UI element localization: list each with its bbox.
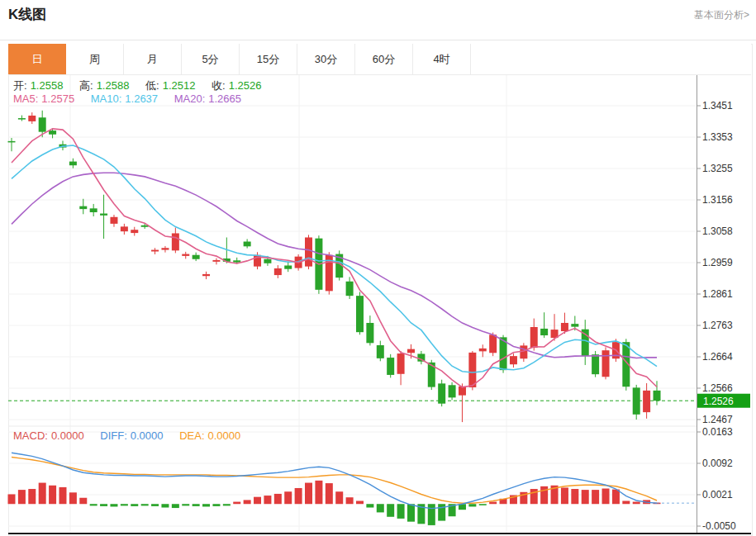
macd-histogram-bar xyxy=(79,498,87,504)
macd-y-axis-label: -0.0050 xyxy=(702,520,736,532)
ma5-value: 1.2575 xyxy=(41,92,74,105)
y-axis-label: 1.2763 xyxy=(702,320,733,331)
macd-histogram-bar xyxy=(612,490,620,505)
y-axis-label: 1.2959 xyxy=(702,257,733,268)
macd-histogram-bar xyxy=(284,491,292,504)
macd-histogram-bar xyxy=(582,490,589,504)
diff-value: 0.0000 xyxy=(131,429,164,442)
candle-body xyxy=(305,237,312,266)
tab-日[interactable]: 日 xyxy=(8,44,66,74)
candle-body xyxy=(39,117,46,131)
candle-body xyxy=(274,268,282,275)
macd-histogram-bar xyxy=(131,504,138,506)
dea-value: 0.0000 xyxy=(208,429,241,442)
candle-body xyxy=(161,248,169,249)
close-label: 收: xyxy=(212,79,226,92)
candle-body xyxy=(520,345,527,358)
tab-月[interactable]: 月 xyxy=(124,44,182,74)
diff-line xyxy=(12,453,657,508)
y-axis-label: 1.3058 xyxy=(702,225,733,237)
ma-info-row: MA5:1.2575 MA10:1.2637 MA20:1.2665 xyxy=(13,92,245,105)
macd-histogram-bar xyxy=(264,496,271,504)
macd-histogram-bar xyxy=(326,483,333,504)
macd-histogram-bar xyxy=(110,504,117,506)
candle-body xyxy=(633,387,640,414)
y-axis-label: 1.2861 xyxy=(702,288,733,300)
macd-value: 0.0000 xyxy=(51,429,84,442)
ma10-value: 1.2637 xyxy=(125,92,158,105)
current-price-tag-value: 1.2526 xyxy=(703,396,734,407)
tab-4时[interactable]: 4时 xyxy=(413,44,471,74)
y-axis-label: 1.3156 xyxy=(702,194,733,206)
candle-body xyxy=(489,334,497,353)
candle-body xyxy=(438,383,445,403)
macd-histogram-bar xyxy=(59,487,66,504)
macd-histogram-bar xyxy=(49,486,56,504)
candle-body xyxy=(264,259,271,263)
candle-body xyxy=(49,130,56,135)
macd-histogram-bar xyxy=(428,504,435,525)
macd-histogram-bar xyxy=(151,504,159,506)
y-axis-label: 1.3255 xyxy=(702,163,733,174)
macd-histogram-bar xyxy=(468,504,476,506)
candle-body xyxy=(571,324,578,326)
candle-body xyxy=(233,260,240,262)
macd-histogram-bar xyxy=(366,504,373,507)
macd-y-axis-label: 0.0092 xyxy=(702,458,733,469)
macd-histogram-bar xyxy=(182,504,189,505)
candle-body xyxy=(110,217,117,224)
macd-histogram-bar xyxy=(244,500,251,504)
macd-histogram-bar xyxy=(223,504,231,505)
candle-body xyxy=(18,118,26,120)
candle-body xyxy=(8,141,16,143)
candle-body xyxy=(540,329,548,335)
ohlc-info-row: 开:1.2558 高:1.2588 低:1.2512 收:1.2526 xyxy=(13,78,264,93)
macd-histogram-bar xyxy=(530,489,538,504)
macd-histogram-bar xyxy=(489,502,497,505)
candle-body xyxy=(479,349,487,351)
kline-page: K线图 基本面分析> 1.34511.33531.32551.31561.305… xyxy=(0,0,756,536)
macd-histogram-bar xyxy=(540,486,548,504)
tab-5分[interactable]: 5分 xyxy=(182,44,240,74)
macd-histogram-bar xyxy=(161,504,169,507)
tab-周[interactable]: 周 xyxy=(66,44,124,74)
ma10-label: MA10: xyxy=(91,92,122,105)
tab-15分[interactable]: 15分 xyxy=(240,44,297,74)
candle-body xyxy=(654,391,661,401)
ma20-label: MA20: xyxy=(174,92,206,105)
candle-body xyxy=(100,214,107,216)
macd-histogram-bar xyxy=(407,504,415,521)
candle-body xyxy=(193,255,200,259)
macd-histogram-bar xyxy=(335,491,343,504)
low-value: 1.2512 xyxy=(163,79,196,92)
macd-histogram-bar xyxy=(233,502,240,505)
candle-body xyxy=(356,296,364,332)
macd-histogram-bar xyxy=(69,492,77,504)
y-axis-label: 1.2467 xyxy=(702,414,733,425)
candle-body xyxy=(182,254,189,256)
candle-body xyxy=(449,385,456,397)
macd-histogram-bar xyxy=(356,500,364,504)
macd-histogram-bar xyxy=(274,494,282,504)
ma20-line xyxy=(12,173,657,358)
macd-histogram-bar xyxy=(305,483,312,505)
macd-histogram-bar xyxy=(8,494,16,504)
macd-histogram-bar xyxy=(100,504,107,506)
macd-histogram-bar xyxy=(295,488,302,504)
candle-body xyxy=(397,353,405,374)
diff-label: DIFF: xyxy=(100,429,127,442)
macd-histogram-bar xyxy=(602,489,610,505)
candle-body xyxy=(90,208,97,212)
candle-body xyxy=(602,350,610,377)
high-label: 高: xyxy=(79,79,93,92)
y-axis-label: 1.3353 xyxy=(702,131,733,143)
candle-body xyxy=(366,323,373,343)
candle-body xyxy=(28,116,36,121)
tab-30分[interactable]: 30分 xyxy=(297,44,355,74)
macd-histogram-bar xyxy=(387,504,394,517)
candle-body xyxy=(284,265,292,268)
y-axis-label: 1.2566 xyxy=(702,382,733,394)
close-value: 1.2526 xyxy=(229,79,262,92)
y-axis-label: 1.3451 xyxy=(702,100,733,111)
tab-60分[interactable]: 60分 xyxy=(355,44,413,74)
